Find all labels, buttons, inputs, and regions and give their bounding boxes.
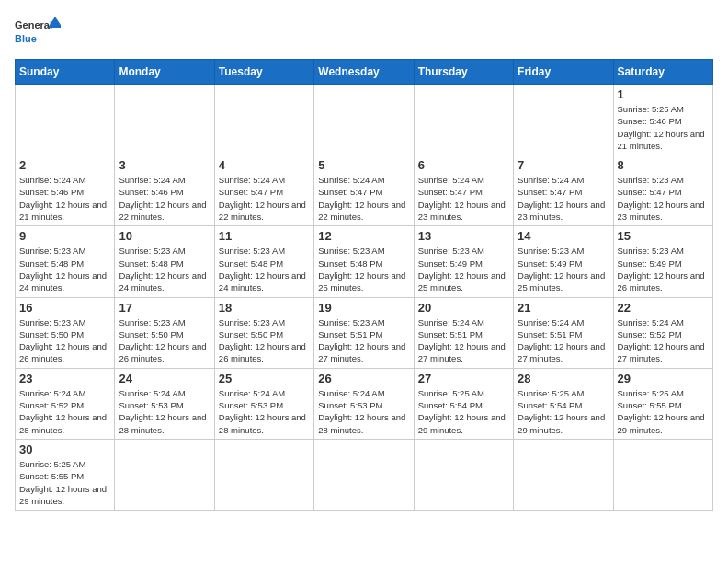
day-number: 13 [418, 229, 509, 243]
calendar-cell: 8Sunrise: 5:23 AM Sunset: 5:47 PM Daylig… [613, 155, 712, 226]
calendar-cell [115, 439, 214, 510]
day-number: 23 [19, 372, 110, 385]
svg-text:General: General [15, 19, 52, 30]
calendar-cell: 2Sunrise: 5:24 AM Sunset: 5:46 PM Daylig… [16, 155, 115, 226]
calendar-cell: 24Sunrise: 5:24 AM Sunset: 5:53 PM Dayli… [115, 368, 214, 439]
day-info: Sunrise: 5:23 AM Sunset: 5:48 PM Dayligh… [219, 245, 310, 293]
day-info: Sunrise: 5:23 AM Sunset: 5:47 PM Dayligh… [618, 174, 709, 223]
day-number: 16 [19, 301, 110, 315]
calendar-cell: 18Sunrise: 5:23 AM Sunset: 5:50 PM Dayli… [214, 297, 313, 368]
day-number: 6 [418, 158, 509, 172]
day-number: 20 [418, 301, 509, 315]
day-info: Sunrise: 5:23 AM Sunset: 5:48 PM Dayligh… [119, 245, 210, 293]
day-number: 22 [618, 301, 709, 315]
calendar-cell: 12Sunrise: 5:23 AM Sunset: 5:48 PM Dayli… [314, 226, 414, 297]
calendar-cell: 4Sunrise: 5:24 AM Sunset: 5:47 PM Daylig… [214, 155, 313, 226]
calendar-cell: 30Sunrise: 5:25 AM Sunset: 5:55 PM Dayli… [16, 439, 115, 510]
calendar-cell [414, 439, 513, 510]
day-number: 19 [318, 301, 409, 315]
day-info: Sunrise: 5:24 AM Sunset: 5:53 PM Dayligh… [318, 387, 409, 436]
day-info: Sunrise: 5:23 AM Sunset: 5:50 PM Dayligh… [119, 316, 210, 365]
day-info: Sunrise: 5:23 AM Sunset: 5:48 PM Dayligh… [19, 245, 110, 293]
day-number: 7 [518, 158, 609, 172]
day-info: Sunrise: 5:23 AM Sunset: 5:49 PM Dayligh… [418, 245, 509, 293]
day-info: Sunrise: 5:24 AM Sunset: 5:47 PM Dayligh… [219, 174, 310, 223]
weekday-header-friday: Friday [514, 60, 613, 85]
day-info: Sunrise: 5:24 AM Sunset: 5:53 PM Dayligh… [219, 387, 310, 436]
day-info: Sunrise: 5:24 AM Sunset: 5:52 PM Dayligh… [618, 316, 709, 365]
day-number: 1 [618, 87, 709, 101]
day-number: 24 [119, 372, 210, 385]
day-number: 28 [518, 372, 609, 385]
weekday-header-thursday: Thursday [414, 60, 513, 85]
day-info: Sunrise: 5:24 AM Sunset: 5:46 PM Dayligh… [19, 174, 110, 223]
calendar-cell: 10Sunrise: 5:23 AM Sunset: 5:48 PM Dayli… [115, 226, 214, 297]
calendar-cell: 9Sunrise: 5:23 AM Sunset: 5:48 PM Daylig… [16, 226, 115, 297]
day-info: Sunrise: 5:25 AM Sunset: 5:46 PM Dayligh… [618, 103, 709, 152]
calendar-cell [414, 85, 513, 155]
day-number: 5 [318, 158, 409, 172]
calendar-cell [115, 85, 214, 155]
day-info: Sunrise: 5:25 AM Sunset: 5:54 PM Dayligh… [518, 387, 609, 436]
calendar-cell [16, 85, 115, 155]
calendar-cell [314, 439, 414, 510]
calendar-cell: 14Sunrise: 5:23 AM Sunset: 5:49 PM Dayli… [514, 226, 613, 297]
calendar-cell [514, 439, 613, 510]
page-header: General Blue [15, 15, 713, 52]
day-info: Sunrise: 5:24 AM Sunset: 5:52 PM Dayligh… [19, 387, 110, 436]
day-info: Sunrise: 5:25 AM Sunset: 5:55 PM Dayligh… [19, 458, 110, 507]
calendar-cell: 1Sunrise: 5:25 AM Sunset: 5:46 PM Daylig… [613, 85, 712, 155]
calendar-cell: 11Sunrise: 5:23 AM Sunset: 5:48 PM Dayli… [214, 226, 313, 297]
day-number: 12 [318, 229, 409, 243]
day-number: 10 [119, 229, 210, 243]
day-info: Sunrise: 5:24 AM Sunset: 5:47 PM Dayligh… [418, 174, 509, 223]
calendar-cell [214, 85, 313, 155]
logo: General Blue [15, 15, 61, 52]
calendar-cell: 23Sunrise: 5:24 AM Sunset: 5:52 PM Dayli… [16, 368, 115, 439]
calendar-cell [514, 85, 613, 155]
day-number: 27 [418, 372, 509, 385]
calendar-cell [214, 439, 313, 510]
weekday-header-sunday: Sunday [16, 60, 115, 85]
day-number: 4 [219, 158, 310, 172]
calendar-cell [613, 439, 712, 510]
calendar-table: SundayMondayTuesdayWednesdayThursdayFrid… [15, 59, 713, 511]
weekday-header-tuesday: Tuesday [214, 60, 313, 85]
svg-text:Blue: Blue [15, 33, 37, 44]
weekday-header-wednesday: Wednesday [314, 60, 414, 85]
logo-svg: General Blue [15, 15, 61, 52]
calendar-cell [314, 85, 414, 155]
day-info: Sunrise: 5:24 AM Sunset: 5:47 PM Dayligh… [318, 174, 409, 223]
day-info: Sunrise: 5:23 AM Sunset: 5:51 PM Dayligh… [318, 316, 409, 365]
week-row-3: 9Sunrise: 5:23 AM Sunset: 5:48 PM Daylig… [16, 226, 713, 297]
week-row-1: 1Sunrise: 5:25 AM Sunset: 5:46 PM Daylig… [16, 85, 713, 155]
day-info: Sunrise: 5:23 AM Sunset: 5:49 PM Dayligh… [518, 245, 609, 293]
day-number: 8 [618, 158, 709, 172]
day-number: 21 [518, 301, 609, 315]
day-number: 18 [219, 301, 310, 315]
calendar-cell: 19Sunrise: 5:23 AM Sunset: 5:51 PM Dayli… [314, 297, 414, 368]
calendar-cell: 3Sunrise: 5:24 AM Sunset: 5:46 PM Daylig… [115, 155, 214, 226]
week-row-2: 2Sunrise: 5:24 AM Sunset: 5:46 PM Daylig… [16, 155, 713, 226]
calendar-cell: 16Sunrise: 5:23 AM Sunset: 5:50 PM Dayli… [16, 297, 115, 368]
day-info: Sunrise: 5:23 AM Sunset: 5:48 PM Dayligh… [318, 245, 409, 293]
day-number: 30 [19, 442, 110, 456]
day-info: Sunrise: 5:23 AM Sunset: 5:50 PM Dayligh… [219, 316, 310, 365]
weekday-header-row: SundayMondayTuesdayWednesdayThursdayFrid… [16, 60, 713, 85]
weekday-header-monday: Monday [115, 60, 214, 85]
week-row-6: 30Sunrise: 5:25 AM Sunset: 5:55 PM Dayli… [16, 439, 713, 510]
weekday-header-saturday: Saturday [613, 60, 712, 85]
calendar-cell: 27Sunrise: 5:25 AM Sunset: 5:54 PM Dayli… [414, 368, 513, 439]
calendar-cell: 6Sunrise: 5:24 AM Sunset: 5:47 PM Daylig… [414, 155, 513, 226]
calendar-cell: 5Sunrise: 5:24 AM Sunset: 5:47 PM Daylig… [314, 155, 414, 226]
day-info: Sunrise: 5:25 AM Sunset: 5:54 PM Dayligh… [418, 387, 509, 436]
day-number: 11 [219, 229, 310, 243]
day-info: Sunrise: 5:24 AM Sunset: 5:47 PM Dayligh… [518, 174, 609, 223]
calendar-cell: 26Sunrise: 5:24 AM Sunset: 5:53 PM Dayli… [314, 368, 414, 439]
week-row-5: 23Sunrise: 5:24 AM Sunset: 5:52 PM Dayli… [16, 368, 713, 439]
day-info: Sunrise: 5:25 AM Sunset: 5:55 PM Dayligh… [618, 387, 709, 436]
day-number: 25 [219, 372, 310, 385]
calendar-cell: 28Sunrise: 5:25 AM Sunset: 5:54 PM Dayli… [514, 368, 613, 439]
day-number: 29 [618, 372, 709, 385]
day-info: Sunrise: 5:24 AM Sunset: 5:51 PM Dayligh… [518, 316, 609, 365]
